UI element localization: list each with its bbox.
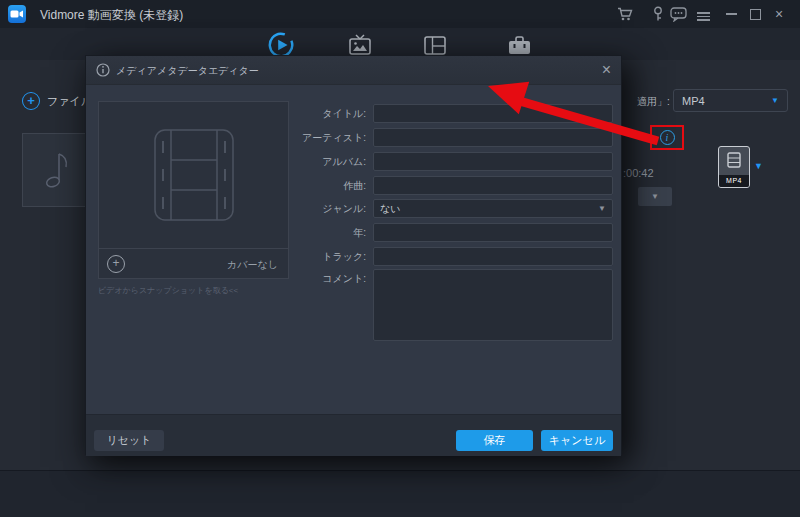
tab-collage-icon[interactable] [423, 34, 447, 57]
add-file-plus-icon: + [22, 92, 40, 110]
media-info-icon[interactable]: i [660, 130, 675, 145]
app-window: Vidmore 動画変換 (未登録) × [0, 0, 800, 517]
mini-caret-icon: ▼ [651, 193, 659, 201]
album-input[interactable] [373, 152, 613, 171]
track-input[interactable] [373, 247, 613, 266]
title-input[interactable] [373, 104, 613, 123]
artist-label: アーティスト: [302, 131, 366, 145]
reset-button[interactable]: リセット [94, 430, 164, 451]
close-window-button[interactable]: × [770, 6, 788, 22]
comment-textarea[interactable] [373, 269, 613, 341]
tab-toolbox-icon[interactable] [507, 35, 532, 57]
store-cart-icon[interactable] [616, 6, 634, 22]
audio-track-dropdown[interactable]: ▼ [638, 187, 672, 206]
dialog-info-icon [96, 63, 110, 77]
track-label: トラック: [322, 250, 366, 264]
no-cover-label: カバーなし [227, 258, 278, 272]
info-highlight-box: i [650, 125, 684, 150]
bottom-bar: 保存先: D:¥Vidmore¥Vidmore 動画変換¥Converted ▼… [0, 470, 800, 517]
genre-dropdown[interactable]: ない ▼ [373, 199, 613, 218]
dialog-footer: リセット 保存 キャンセル [86, 414, 621, 456]
composer-input[interactable] [373, 176, 613, 195]
apply-format-dropdown[interactable]: MP4 ▼ [673, 89, 788, 112]
music-note-icon [39, 150, 69, 190]
add-cover-button[interactable]: + [107, 255, 125, 273]
genre-value: ない [380, 202, 598, 216]
title-label: タイトル: [322, 107, 366, 121]
maximize-button[interactable] [746, 6, 764, 22]
cover-panel: + カバーなし [98, 101, 289, 279]
cancel-button[interactable]: キャンセル [541, 430, 613, 451]
file-item-thumbnail[interactable] [22, 133, 86, 207]
artist-input[interactable] [373, 128, 613, 147]
snapshot-link[interactable]: ビデオからスナップショットを取る<< [98, 285, 238, 296]
dialog-close-button[interactable]: × [602, 61, 611, 79]
cover-bar: + カバーなし [99, 249, 288, 279]
apply-caret-icon: ▼ [771, 97, 779, 105]
add-file-button[interactable]: + ファイル [22, 90, 92, 112]
year-input[interactable] [373, 223, 613, 242]
output-format-label: MP4 [719, 175, 749, 187]
feedback-chat-icon[interactable] [669, 6, 687, 22]
register-key-icon[interactable] [649, 6, 667, 22]
filmstrip-placeholder-icon [152, 127, 236, 223]
genre-caret-icon: ▼ [598, 205, 606, 213]
comment-label: コメント: [322, 272, 366, 286]
tab-mv-icon[interactable] [348, 34, 372, 57]
app-title: Vidmore 動画変換 (未登録) [40, 7, 183, 24]
dialog-header: メディアメタデータエディター × [86, 56, 621, 85]
album-label: アルバム: [322, 155, 366, 169]
app-logo-icon [8, 5, 26, 23]
genre-label: ジャンル: [322, 202, 366, 216]
apply-format-value: MP4 [682, 95, 771, 107]
duration-text: :00:42 [623, 167, 654, 179]
apply-to-all-label: 適用」: [637, 95, 670, 109]
format-caret-icon[interactable]: ▼ [754, 162, 763, 171]
metadata-editor-dialog: メディアメタデータエディター × + カバーなし ビデオからスナップショットを取… [85, 55, 622, 455]
minimize-button[interactable] [722, 6, 740, 22]
menu-icon[interactable] [697, 6, 715, 26]
dialog-title: メディアメタデータエディター [116, 64, 259, 78]
title-bar: Vidmore 動画変換 (未登録) × [0, 0, 800, 28]
year-label: 年: [353, 226, 366, 240]
output-format-badge[interactable]: MP4 [718, 146, 750, 188]
cover-preview [99, 102, 288, 249]
composer-label: 作曲: [343, 179, 366, 193]
save-button[interactable]: 保存 [456, 430, 533, 451]
